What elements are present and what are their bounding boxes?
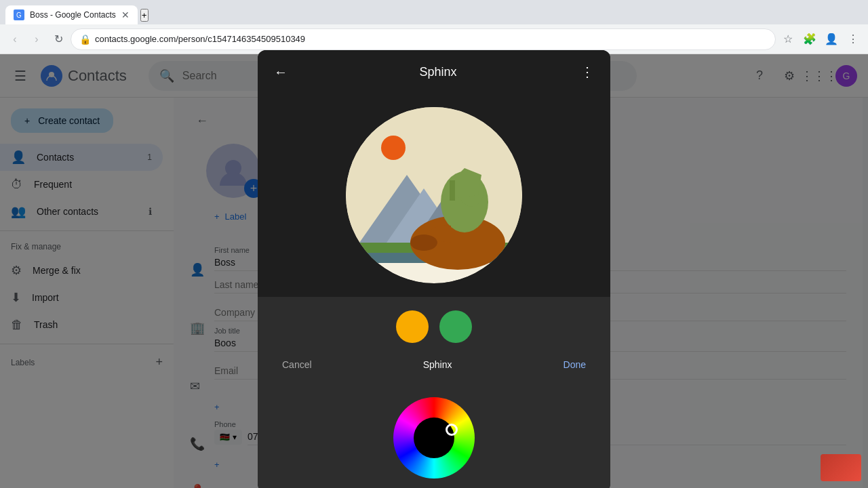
modal-done-button[interactable]: Done <box>564 354 586 375</box>
modal-footer: Cancel Sphinx Done <box>271 354 597 386</box>
lock-icon: 🔒 <box>79 34 91 45</box>
color-chip-yellow[interactable] <box>396 310 429 343</box>
extension-button[interactable]: 🧩 <box>800 30 819 49</box>
color-chip-green[interactable] <box>439 310 472 343</box>
new-tab-button[interactable]: + <box>140 9 149 22</box>
menu-button[interactable]: ⋮ <box>844 30 863 49</box>
photo-circle-container <box>346 107 522 283</box>
thumbnail-content <box>821 454 861 481</box>
color-wheel-inner <box>414 418 454 458</box>
tab-close-button[interactable]: ✕ <box>121 9 130 20</box>
modal-controls: Cancel Sphinx Done <box>258 297 610 488</box>
modal-more-button[interactable]: ⋮ <box>578 61 597 83</box>
color-wheel-area <box>271 397 597 479</box>
svg-rect-14 <box>450 180 455 201</box>
bookmark-button[interactable]: ☆ <box>778 30 797 49</box>
back-nav-button[interactable]: ‹ <box>5 30 24 49</box>
browser-chrome: G Boss - Google Contacts ✕ + ‹ › ↻ 🔒 con… <box>0 0 868 54</box>
browser-tabs: G Boss - Google Contacts ✕ + <box>0 0 868 24</box>
modal-title: Sphinx <box>298 65 578 79</box>
svg-point-15 <box>410 235 437 251</box>
tab-favicon: G <box>14 9 24 20</box>
photo-modal-overlay: ← Sphinx ⋮ <box>0 54 868 488</box>
forward-nav-button[interactable]: › <box>27 30 46 49</box>
modal-cancel-button[interactable]: Cancel <box>282 354 312 375</box>
sphinx-svg <box>346 107 522 283</box>
done-label: Done <box>564 359 586 370</box>
account-button[interactable]: 👤 <box>822 30 841 49</box>
active-tab[interactable]: G Boss - Google Contacts ✕ <box>5 5 138 24</box>
color-chips <box>271 310 597 343</box>
color-wheel-cursor <box>446 424 458 436</box>
photo-circle <box>346 107 522 283</box>
modal-image-name: Sphinx <box>423 359 452 370</box>
svg-point-4 <box>381 136 406 160</box>
refresh-button[interactable]: ↻ <box>49 30 68 49</box>
address-bar[interactable]: 🔒 contacts.google.com/person/c1547146354… <box>71 28 776 50</box>
cancel-label: Cancel <box>282 359 312 370</box>
photo-modal: ← Sphinx ⋮ <box>258 50 610 488</box>
tab-title: Boss - Google Contacts <box>30 10 116 20</box>
color-wheel[interactable] <box>393 397 475 479</box>
url-display: contacts.google.com/person/c154714635450… <box>95 34 305 44</box>
modal-back-button[interactable]: ← <box>271 62 290 83</box>
toolbar-actions: ☆ 🧩 👤 ⋮ <box>778 30 863 49</box>
modal-header: ← Sphinx ⋮ <box>258 50 610 94</box>
bottom-thumbnail <box>821 454 861 481</box>
modal-image-area <box>258 94 610 297</box>
